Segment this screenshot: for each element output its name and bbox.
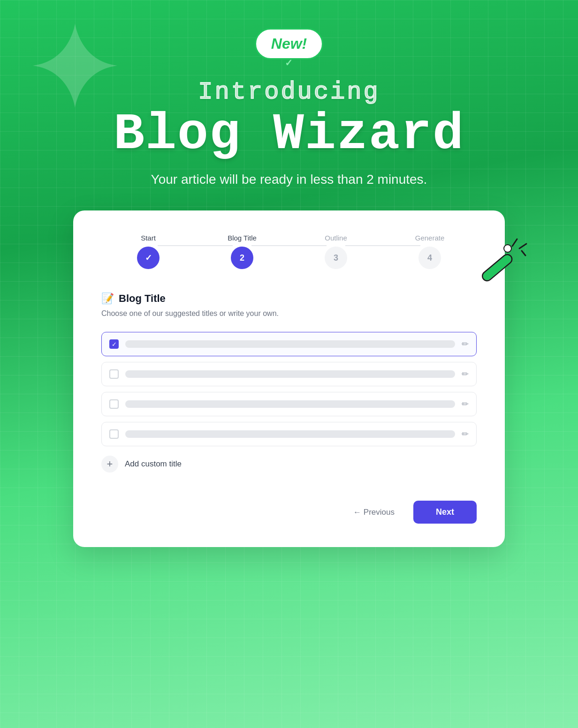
svg-point-5 — [504, 245, 511, 252]
step-generate-circle: 4 — [418, 247, 441, 269]
title-checkbox-4[interactable] — [109, 429, 119, 439]
section-subtitle: Choose one of our suggested titles or wr… — [101, 309, 477, 318]
title-option-2[interactable]: ✏ — [101, 362, 477, 386]
edit-icon-4[interactable]: ✏ — [462, 429, 469, 439]
new-badge: New! — [255, 28, 323, 60]
wizard-card: Start ✓ Blog Title 2 Outline 3 Generate … — [73, 210, 505, 547]
title-skeleton-1 — [125, 340, 455, 348]
title-skeleton-4 — [125, 430, 455, 438]
title-option-4[interactable]: ✏ — [101, 422, 477, 446]
step-start: Start ✓ — [101, 234, 195, 269]
star-decoration — [28, 19, 122, 113]
step-outline: Outline 3 — [289, 234, 383, 269]
stepper: Start ✓ Blog Title 2 Outline 3 Generate … — [101, 234, 477, 269]
add-custom-label: Add custom title — [125, 459, 182, 469]
title-option-3[interactable]: ✏ — [101, 392, 477, 416]
title-checkbox-2[interactable] — [109, 369, 119, 379]
step-blog-title-circle: 2 — [231, 247, 253, 269]
step-generate: Generate 4 — [383, 234, 477, 269]
card-footer: ← Previous Next — [101, 491, 477, 524]
hero-subtitle: Your article will be ready in less than … — [114, 172, 464, 187]
step-blog-title-label: Blog Title — [228, 234, 257, 242]
edit-icon-3[interactable]: ✏ — [462, 399, 469, 409]
title-checkbox-1[interactable]: ✓ — [109, 339, 119, 349]
add-custom-title[interactable]: + Add custom title — [101, 456, 477, 473]
section-title: 📝 Blog Title — [101, 293, 477, 305]
edit-icon-1[interactable]: ✏ — [462, 339, 469, 349]
step-generate-label: Generate — [415, 234, 445, 242]
step-start-label: Start — [141, 234, 156, 242]
svg-line-0 — [512, 239, 517, 246]
introducing-text: Introducing — [114, 78, 464, 106]
blog-wizard-title: Blog Wizard — [114, 106, 464, 163]
section-icon: 📝 — [101, 293, 114, 305]
edit-icon-2[interactable]: ✏ — [462, 369, 469, 379]
step-outline-circle: 3 — [325, 247, 347, 269]
svg-line-2 — [522, 251, 525, 255]
title-checkbox-3[interactable] — [109, 399, 119, 409]
step-outline-label: Outline — [325, 234, 347, 242]
next-button[interactable]: Next — [413, 501, 477, 524]
title-skeleton-2 — [125, 370, 455, 378]
title-option-1[interactable]: ✓ ✏ — [101, 332, 477, 356]
previous-button[interactable]: ← Previous — [342, 501, 406, 524]
title-skeleton-3 — [125, 400, 455, 408]
step-start-circle: ✓ — [137, 247, 160, 269]
hero-section: Introducing Blog Wizard Your article wil… — [114, 78, 464, 187]
new-badge-wrapper: New! — [255, 28, 323, 60]
section-title-text: Blog Title — [119, 293, 166, 305]
plus-icon: + — [101, 456, 118, 473]
new-badge-text: New! — [271, 35, 307, 52]
step-blog-title: Blog Title 2 — [195, 234, 289, 269]
svg-line-1 — [519, 244, 526, 248]
